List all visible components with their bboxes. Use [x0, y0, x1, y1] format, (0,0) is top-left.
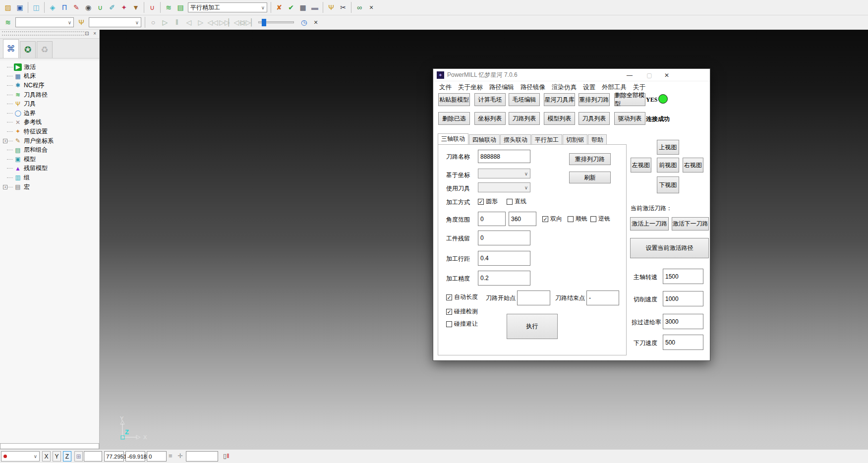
speed-input-主轴转速[interactable]: [663, 269, 703, 284]
dialog-button-坐标列表[interactable]: 坐标列表: [474, 112, 506, 125]
auto-length-checkbox[interactable]: ✓自动长度: [446, 293, 478, 301]
panel-grip[interactable]: ⊡ ×: [0, 30, 99, 39]
tool-sim-icon[interactable]: Ψ: [76, 17, 87, 28]
tools-icon[interactable]: Ψ: [326, 2, 337, 13]
top-view-button[interactable]: 上视图: [657, 140, 679, 155]
tree-item-macro[interactable]: +▤宏: [0, 182, 99, 192]
tab-切割锯[interactable]: 切割锯: [563, 134, 587, 145]
tree-item-feature-set[interactable]: ✦特征设置: [0, 127, 99, 136]
angle-to-input[interactable]: [509, 212, 536, 226]
coordinate-y-field[interactable]: -69.918: [125, 451, 145, 462]
step-forward-icon[interactable]: ▷: [195, 17, 206, 28]
execute-button[interactable]: 执行: [507, 314, 558, 339]
dialog-button-删除已选[interactable]: 删除已选: [438, 112, 470, 125]
circle-checkbox[interactable]: ✓圆形: [478, 197, 498, 206]
dialog-button-删除全部模型[interactable]: 删除全部模型: [614, 93, 645, 106]
views-icon[interactable]: ∞: [354, 2, 365, 13]
stock-input[interactable]: [478, 231, 530, 245]
simulation-check-icon[interactable]: ✔: [286, 2, 296, 13]
close-toolbar-icon[interactable]: ×: [366, 2, 377, 13]
axis-y-button[interactable]: Y: [53, 451, 61, 462]
save-project-icon[interactable]: ▣: [14, 2, 25, 13]
dialog-button-粘贴新模型[interactable]: 粘贴新模型: [438, 93, 470, 106]
stepover-input[interactable]: [478, 251, 530, 266]
tree-item-boundary[interactable]: ◯边界: [0, 109, 99, 118]
boundary-icon[interactable]: ∪: [95, 2, 106, 13]
toolpath-edit-icon[interactable]: ✎: [71, 2, 82, 13]
tree-item-stock-model[interactable]: ▲残留模型: [0, 164, 99, 174]
dialog-button-刀路列表[interactable]: 刀路列表: [509, 112, 540, 125]
calculator-icon[interactable]: ▦: [297, 2, 308, 13]
collision-check-icon[interactable]: ✘: [274, 2, 285, 13]
coord-combo[interactable]: ∨: [478, 169, 530, 178]
tolerance-input[interactable]: [478, 271, 530, 286]
bidirectional-checkbox[interactable]: ✓双向: [542, 215, 562, 223]
tool-database-icon[interactable]: ◉: [83, 2, 94, 13]
menu-关于[interactable]: 关于: [633, 83, 645, 92]
climb-checkbox[interactable]: 顺铣: [568, 215, 587, 223]
grid-button[interactable]: ⊞: [74, 451, 83, 462]
dialog-button-计算毛坯[interactable]: 计算毛坯: [474, 93, 506, 106]
open-project-icon[interactable]: ▨: [2, 2, 13, 13]
angle-from-input[interactable]: [478, 212, 506, 226]
sim-toolpath-combo[interactable]: ∨: [15, 17, 74, 27]
dialog-button-模型列表[interactable]: 模型列表: [544, 112, 575, 125]
end-point-input[interactable]: [586, 290, 619, 305]
tool-combo[interactable]: ∨: [478, 182, 530, 192]
play-icon[interactable]: ▷: [160, 17, 171, 28]
trash-tab[interactable]: ♻: [37, 41, 53, 58]
maximize-button[interactable]: ▢: [641, 69, 657, 81]
speed-input-下刀速度[interactable]: [663, 335, 703, 350]
tree-item-nc-program[interactable]: ✱NC程序: [0, 81, 99, 90]
clipboard-icon[interactable]: ▯‖: [223, 452, 230, 460]
pattern-icon[interactable]: ✐: [107, 2, 117, 13]
workplane-combo[interactable]: ∨: [1, 451, 40, 462]
speed-slider[interactable]: [258, 21, 294, 23]
grid-size-field[interactable]: [84, 451, 102, 462]
panel-window-icons[interactable]: ⊡ ×: [85, 31, 98, 36]
dialog-title-bar[interactable]: ✦ PowerMILL 忆梦星河 7.0.6 — ▢ ✕: [433, 69, 710, 81]
set-active-path-button[interactable]: 设置当前激活路径: [630, 238, 709, 258]
tree-item-activate[interactable]: ▶激活: [0, 62, 99, 72]
rearrange-toolpath-button[interactable]: 重排列刀路: [569, 153, 611, 165]
tree-item-group[interactable]: ▥组: [0, 173, 99, 182]
slider-handle[interactable]: [262, 19, 266, 26]
activate-previous-button[interactable]: 激活上一刀路: [630, 217, 669, 231]
globe-tab[interactable]: ✪: [20, 41, 36, 58]
start-point-input[interactable]: [517, 290, 550, 305]
panel-scroll-edge[interactable]: [0, 443, 99, 449]
measure-icon[interactable]: ▬: [309, 2, 320, 13]
expand-icon[interactable]: +: [3, 185, 7, 189]
tab-四轴联动[interactable]: 四轴联动: [469, 134, 500, 145]
tree-item-workplane[interactable]: +✎用户坐标系: [0, 136, 99, 146]
tab-三轴联动[interactable]: 三轴联动: [438, 133, 468, 145]
front-view-button[interactable]: 前视图: [657, 158, 679, 173]
coordinate-x-field[interactable]: 77.2951: [104, 451, 124, 462]
clock-icon[interactable]: ◷: [298, 17, 309, 28]
tree-item-tool[interactable]: Ψ刀具: [0, 99, 99, 109]
axis-x-button[interactable]: X: [42, 451, 51, 462]
feed-rate-icon[interactable]: Π: [59, 2, 70, 13]
dialog-button-刀具列表[interactable]: 刀具列表: [579, 112, 610, 125]
tree-item-toolpath[interactable]: ≋刀具路径: [0, 90, 99, 100]
tab-平行加工[interactable]: 平行加工: [531, 134, 562, 145]
tree-item-model[interactable]: ▣模型: [0, 155, 99, 164]
menu-设置[interactable]: 设置: [583, 83, 595, 92]
right-view-button[interactable]: 右视图: [683, 158, 703, 173]
sim-tool-combo[interactable]: ∨: [89, 17, 141, 27]
model-icon[interactable]: ▼: [130, 2, 141, 13]
refresh-button[interactable]: 刷新: [569, 172, 611, 183]
block-icon[interactable]: ◈: [47, 2, 58, 13]
menu-外部工具[interactable]: 外部工具: [602, 83, 627, 92]
light-bulb-icon[interactable]: ○: [148, 17, 159, 28]
left-view-button[interactable]: 左视图: [631, 158, 651, 173]
close-toolbar-icon[interactable]: ×: [310, 17, 321, 28]
menu-路径编辑[interactable]: 路径编辑: [489, 83, 514, 92]
dialog-button-驱动列表[interactable]: 驱动列表: [614, 112, 645, 125]
toolpath-name-input[interactable]: [478, 150, 530, 163]
bottom-view-button[interactable]: 下视图: [657, 176, 679, 193]
dialog-button-毛坯编辑[interactable]: 毛坯编辑: [509, 93, 540, 106]
explorer-tree-tab[interactable]: ⌘: [3, 39, 19, 58]
tree-item-machine[interactable]: ▦机床: [0, 72, 99, 81]
menu-关于坐标[interactable]: 关于坐标: [458, 83, 483, 92]
